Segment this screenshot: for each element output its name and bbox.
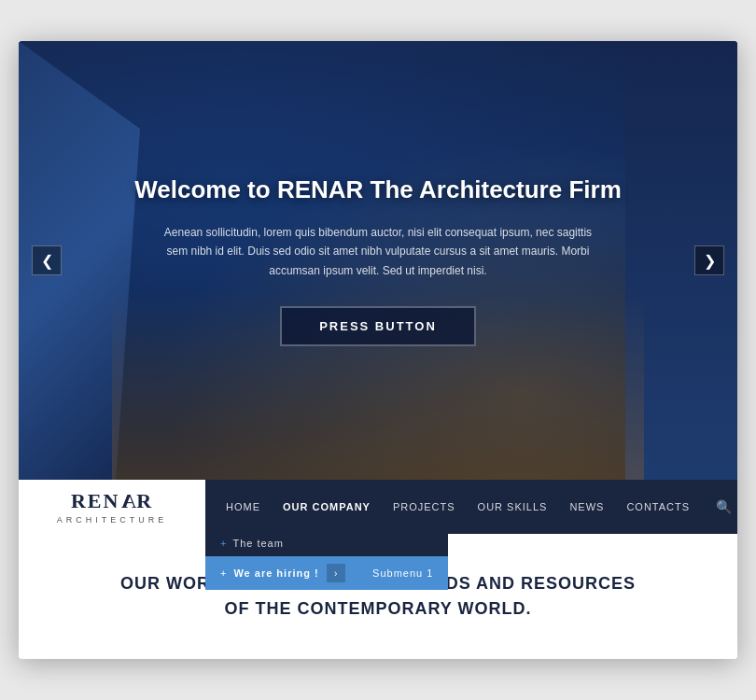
dropdown-label-hiring: We are hiring ! <box>233 567 318 579</box>
tagline-line2: OF THE CONTEMPORARY WORLD. <box>37 596 719 622</box>
hero-title: Welcome to RENAR The Architecture Firm <box>134 175 622 206</box>
nav-contacts[interactable]: CONTACTS <box>615 480 701 534</box>
nav-news[interactable]: NEWS <box>558 480 615 534</box>
logo-r-mirror: A <box>119 489 136 513</box>
hero-subtitle: Aenean sollicitudin, lorem quis bibendum… <box>163 223 593 280</box>
search-icon: 🔍 <box>716 499 732 514</box>
logo: RENAR ARCHITECTURE <box>19 480 205 534</box>
logo-text: RENAR <box>71 489 153 513</box>
chevron-right-button[interactable]: › <box>327 564 345 582</box>
search-button[interactable]: 🔍 <box>701 499 737 514</box>
nav-our-company[interactable]: OUR COMPANY <box>272 480 382 534</box>
hero-content: Welcome to RENAR The Architecture Firm A… <box>78 175 678 346</box>
next-slide-button[interactable]: ❯ <box>694 245 724 275</box>
dropdown-item-hiring[interactable]: + We are hiring ! › + Submenu 1 <box>205 556 448 590</box>
submenu-label: Submenu 1 <box>372 567 433 579</box>
hero-section: ❮ Welcome to RENAR The Architecture Firm… <box>19 41 737 480</box>
nav-home[interactable]: HOME <box>215 480 272 534</box>
dropdown-label-team: The team <box>232 538 283 549</box>
submenu-row: + Submenu 1 <box>360 567 434 579</box>
prev-slide-button[interactable]: ❮ <box>32 245 62 275</box>
arrow-icon-1: + <box>220 538 227 549</box>
logo-subtitle: ARCHITECTURE <box>57 515 168 525</box>
press-button[interactable]: PRESS BUTTON <box>280 306 476 346</box>
dropdown-item-the-team[interactable]: + The team <box>205 530 448 556</box>
navbar: RENAR ARCHITECTURE HOME OUR COMPANY PROJ… <box>19 480 737 534</box>
nav-links: HOME OUR COMPANY PROJECTS OUR SKILLS NEW… <box>205 480 737 534</box>
nav-projects[interactable]: PROJECTS <box>382 480 467 534</box>
nav-our-skills[interactable]: OUR SKILLS <box>467 480 559 534</box>
dropdown-menu: + The team + We are hiring ! › + Submenu… <box>205 530 448 590</box>
arrow-icon-3: + <box>360 567 367 579</box>
arrow-icon-2: + <box>220 567 226 579</box>
browser-frame: ❮ Welcome to RENAR The Architecture Firm… <box>19 41 737 659</box>
